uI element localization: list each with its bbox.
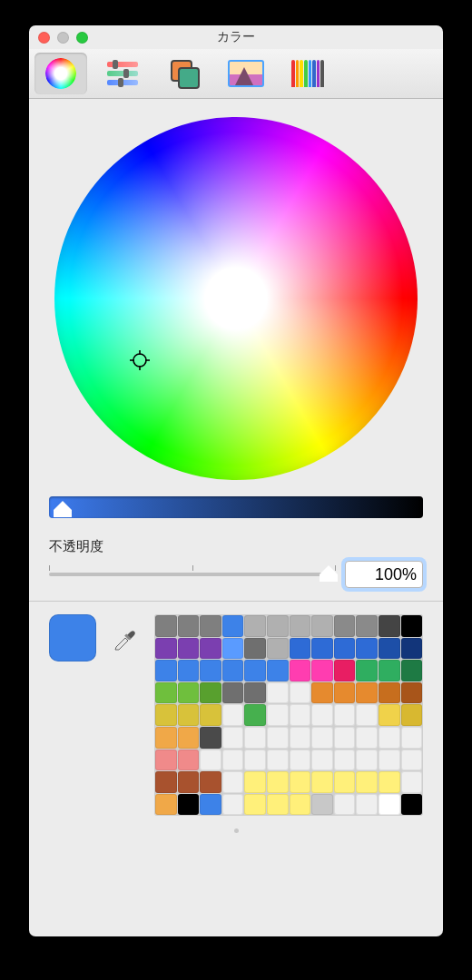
swatch[interactable] — [356, 638, 378, 660]
swatch[interactable] — [200, 682, 221, 704]
brightness-thumb[interactable] — [54, 501, 72, 517]
swatch[interactable] — [356, 660, 378, 681]
swatch[interactable] — [222, 794, 244, 816]
swatch[interactable] — [290, 660, 311, 681]
swatch[interactable] — [290, 704, 311, 726]
swatch[interactable] — [222, 727, 244, 749]
swatch[interactable] — [379, 660, 400, 681]
swatch[interactable] — [334, 660, 356, 681]
swatch[interactable] — [401, 727, 423, 749]
swatch[interactable] — [178, 638, 200, 660]
swatch[interactable] — [178, 682, 200, 704]
swatch[interactable] — [155, 771, 177, 793]
swatch[interactable] — [244, 660, 266, 681]
swatch[interactable] — [356, 727, 378, 749]
swatch[interactable] — [334, 727, 356, 749]
swatch[interactable] — [290, 750, 311, 771]
current-color-well[interactable] — [49, 614, 96, 662]
swatch[interactable] — [155, 682, 177, 704]
swatch[interactable] — [155, 794, 177, 816]
swatch[interactable] — [155, 727, 177, 749]
tab-color-wheel[interactable] — [34, 53, 87, 94]
swatch[interactable] — [200, 727, 221, 749]
color-wheel[interactable] — [54, 117, 418, 480]
swatch[interactable] — [178, 750, 200, 771]
swatch[interactable] — [155, 615, 177, 637]
swatch[interactable] — [267, 704, 289, 726]
swatch[interactable] — [244, 794, 266, 816]
close-button[interactable] — [38, 32, 50, 44]
brightness-slider[interactable] — [49, 496, 423, 518]
swatch[interactable] — [200, 615, 221, 637]
swatch[interactable] — [222, 682, 244, 704]
swatch[interactable] — [311, 727, 333, 749]
tab-image[interactable] — [220, 53, 272, 94]
opacity-slider[interactable] — [49, 573, 336, 576]
swatch[interactable] — [267, 771, 289, 793]
swatch[interactable] — [244, 771, 266, 793]
swatch[interactable] — [200, 750, 221, 771]
swatch[interactable] — [222, 771, 244, 793]
swatch[interactable] — [379, 727, 400, 749]
swatch[interactable] — [155, 704, 177, 726]
swatch[interactable] — [244, 704, 266, 726]
eyedropper-button[interactable] — [107, 614, 143, 662]
swatch[interactable] — [267, 638, 289, 660]
swatch[interactable] — [334, 771, 356, 793]
swatch[interactable] — [311, 638, 333, 660]
swatch[interactable] — [178, 660, 200, 681]
zoom-button[interactable] — [76, 32, 88, 44]
swatch[interactable] — [178, 771, 200, 793]
swatch[interactable] — [379, 704, 400, 726]
swatch[interactable] — [244, 750, 266, 771]
opacity-input[interactable] — [345, 561, 423, 588]
swatch[interactable] — [155, 750, 177, 771]
swatch[interactable] — [290, 771, 311, 793]
swatch[interactable] — [401, 638, 423, 660]
swatch[interactable] — [155, 638, 177, 660]
swatch[interactable] — [311, 682, 333, 704]
swatch[interactable] — [200, 771, 221, 793]
swatch[interactable] — [222, 638, 244, 660]
swatch[interactable] — [379, 771, 400, 793]
swatch[interactable] — [267, 794, 289, 816]
swatch[interactable] — [401, 750, 423, 771]
swatch[interactable] — [379, 638, 400, 660]
tab-pencils[interactable] — [281, 53, 334, 94]
swatch[interactable] — [178, 794, 200, 816]
swatch[interactable] — [401, 660, 423, 681]
swatch[interactable] — [311, 750, 333, 771]
swatch[interactable] — [290, 638, 311, 660]
swatch[interactable] — [267, 727, 289, 749]
swatch[interactable] — [356, 682, 378, 704]
swatch[interactable] — [401, 682, 423, 704]
swatch[interactable] — [311, 704, 333, 726]
swatch[interactable] — [401, 794, 423, 816]
swatch[interactable] — [222, 750, 244, 771]
swatch[interactable] — [222, 615, 244, 637]
swatch[interactable] — [379, 794, 400, 816]
swatch[interactable] — [334, 794, 356, 816]
tab-palettes[interactable] — [158, 53, 211, 94]
swatch[interactable] — [178, 615, 200, 637]
swatch[interactable] — [334, 615, 356, 637]
swatch[interactable] — [334, 704, 356, 726]
swatch[interactable] — [200, 704, 221, 726]
swatch[interactable] — [222, 660, 244, 681]
swatch[interactable] — [334, 638, 356, 660]
resize-handle[interactable] — [218, 828, 254, 834]
swatch[interactable] — [155, 660, 177, 681]
swatch[interactable] — [267, 682, 289, 704]
swatch[interactable] — [356, 704, 378, 726]
swatch[interactable] — [290, 727, 311, 749]
swatch[interactable] — [356, 750, 378, 771]
minimize-button[interactable] — [57, 32, 69, 44]
swatch[interactable] — [356, 794, 378, 816]
swatch[interactable] — [356, 771, 378, 793]
swatch[interactable] — [311, 794, 333, 816]
swatch[interactable] — [334, 750, 356, 771]
wheel-reticle[interactable] — [130, 350, 150, 370]
swatch[interactable] — [311, 615, 333, 637]
swatch[interactable] — [200, 638, 221, 660]
swatch[interactable] — [244, 615, 266, 637]
